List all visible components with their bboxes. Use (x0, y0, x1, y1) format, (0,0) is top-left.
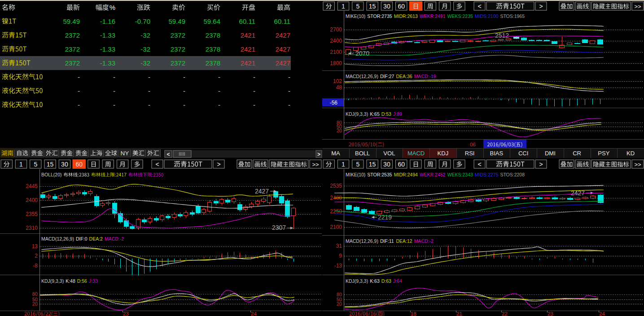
svg-text:STOR:2735: STOR:2735 (367, 13, 392, 19)
svg-text:2700: 2700 (330, 26, 342, 33)
svg-text:30: 30 (383, 3, 390, 10)
svg-text:MIDS:2100: MIDS:2100 (475, 13, 499, 19)
svg-text:15: 15 (369, 3, 376, 10)
svg-text:-0.70: -0.70 (135, 18, 150, 25)
svg-text:DEA:36: DEA:36 (396, 74, 412, 79)
svg-text:MACD(12,26,9): MACD(12,26,9) (41, 236, 74, 241)
svg-text:-: - (288, 73, 290, 81)
svg-text:2378: 2378 (206, 45, 220, 53)
svg-text:15: 15 (369, 161, 376, 168)
svg-text:23: 23 (123, 311, 129, 316)
svg-text:2427: 2427 (276, 59, 290, 67)
svg-text:KDJ(9,3,3): KDJ(9,3,3) (346, 278, 368, 284)
svg-text:MIDR:2494: MIDR:2494 (394, 172, 418, 177)
svg-text:-: - (253, 101, 255, 109)
svg-text:-56: -56 (330, 100, 338, 106)
svg-text:KDJ(9,3,3): KDJ(9,3,3) (346, 111, 368, 117)
svg-text:-: - (253, 87, 255, 95)
svg-text:2427: 2427 (276, 31, 290, 39)
svg-text:-: - (183, 73, 185, 81)
svg-text:-: - (113, 87, 115, 95)
svg-text:J:89: J:89 (393, 111, 402, 117)
svg-text:-: - (288, 87, 290, 95)
svg-text:31: 31 (336, 243, 342, 249)
svg-text:BOLL: BOLL (355, 150, 370, 157)
svg-text:59.64: 59.64 (203, 18, 220, 25)
svg-text:2070: 2070 (355, 50, 369, 57)
svg-text:<: < (478, 3, 481, 10)
svg-text:KD: KD (626, 150, 635, 157)
svg-text:<: < (166, 151, 170, 158)
svg-text:2400: 2400 (330, 38, 342, 44)
svg-text:2427: 2427 (255, 188, 269, 195)
svg-text:1: 1 (342, 161, 345, 168)
svg-text:-1.16: -1.16 (100, 18, 115, 25)
svg-text:VOL: VOL (383, 150, 395, 157)
svg-text:-32: -32 (140, 31, 150, 39)
svg-text:-: - (183, 101, 185, 109)
svg-text:MIKE(10): MIKE(10) (346, 172, 365, 177)
svg-text:STOS:1965: STOS:1965 (500, 13, 525, 19)
svg-text:2100: 2100 (330, 49, 342, 55)
svg-text:DEA:2: DEA:2 (89, 236, 103, 241)
svg-text:60: 60 (75, 161, 83, 168)
svg-text:2372: 2372 (65, 59, 80, 67)
svg-text:2372: 2372 (171, 31, 185, 39)
svg-text:60.11: 60.11 (239, 18, 255, 25)
svg-text:24: 24 (599, 311, 605, 316)
svg-text:2421: 2421 (241, 45, 255, 53)
svg-text:24: 24 (251, 311, 257, 316)
svg-text:-8: -8 (33, 263, 38, 269)
svg-text:2421: 2421 (241, 31, 255, 39)
svg-text:06: 06 (470, 142, 476, 147)
svg-text:-: - (148, 73, 150, 81)
svg-text:-: - (113, 101, 115, 109)
svg-text:DIF:0: DIF:0 (76, 236, 88, 241)
svg-text:2100: 2100 (330, 224, 342, 230)
svg-text:2378: 2378 (206, 59, 220, 67)
svg-text:5: 5 (356, 161, 359, 168)
svg-text:MACD: MACD (407, 150, 425, 157)
svg-text:-: - (78, 101, 80, 109)
svg-text:KDJ: KDJ (438, 150, 449, 157)
svg-text:20: 20 (32, 301, 38, 307)
svg-text:2372: 2372 (65, 31, 80, 39)
svg-text:MIKE(10): MIKE(10) (346, 13, 365, 19)
svg-text:-13: -13 (334, 263, 342, 269)
svg-text:DMI: DMI (545, 150, 556, 157)
svg-text:23: 23 (548, 311, 553, 316)
svg-text:CCI: CCI (518, 150, 528, 157)
svg-text:-: - (78, 73, 80, 81)
svg-text:>>: >> (312, 161, 319, 168)
svg-text:20: 20 (337, 301, 342, 307)
svg-text:2400: 2400 (26, 197, 38, 203)
svg-text:MACD(12,26,9): MACD(12,26,9) (346, 238, 378, 244)
svg-text:MACD:-19: MACD:-19 (414, 74, 436, 79)
svg-text:2445: 2445 (26, 183, 38, 189)
svg-text:RSI: RSI (465, 150, 475, 157)
svg-text:STOR:2535: STOR:2535 (367, 172, 392, 177)
svg-text:102: 102 (333, 78, 342, 84)
svg-text:MACD:-2: MACD:-2 (414, 238, 434, 244)
svg-text:-32: -32 (140, 59, 150, 67)
svg-text:D:56: D:56 (77, 278, 87, 284)
svg-text:>: > (317, 151, 320, 158)
svg-text:2372: 2372 (65, 45, 80, 53)
svg-text:1: 1 (342, 3, 345, 10)
svg-text:>: > (217, 161, 220, 168)
svg-text:2372: 2372 (171, 45, 185, 53)
svg-text:-1.33: -1.33 (100, 45, 115, 53)
svg-text:2310: 2310 (26, 225, 38, 231)
svg-text:48: 48 (336, 84, 342, 91)
svg-text:STOS:2208: STOS:2208 (500, 172, 525, 177)
svg-text:DIF:27: DIF:27 (380, 74, 394, 79)
svg-text:%: % (110, 4, 115, 11)
svg-text:WEKR:2452: WEKR:2452 (420, 172, 446, 177)
svg-text:-: - (148, 101, 150, 109)
svg-text:>>: >> (634, 3, 641, 10)
svg-text:1: 1 (19, 161, 23, 168)
svg-text:K:65: K:65 (370, 111, 380, 117)
svg-text:K:63: K:63 (370, 278, 380, 284)
svg-text:13: 13 (32, 243, 38, 250)
svg-text:-32: -32 (140, 45, 150, 53)
